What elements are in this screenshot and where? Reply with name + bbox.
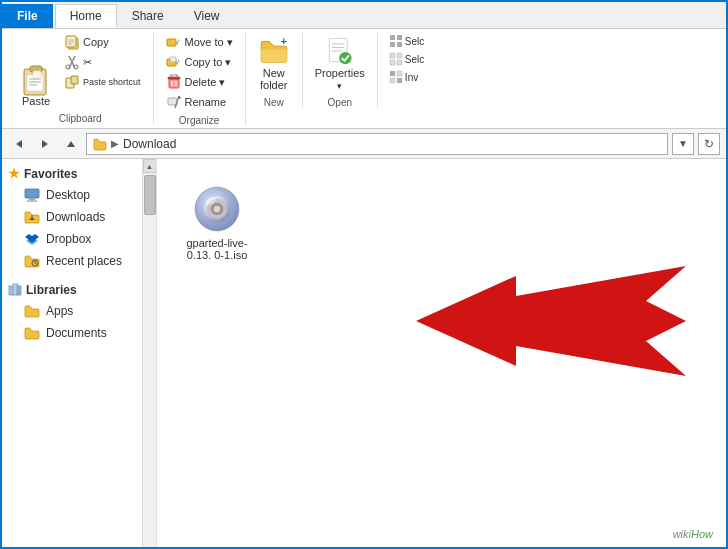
open-label: Open bbox=[328, 97, 352, 108]
sidebar-item-dropbox[interactable]: Dropbox bbox=[2, 228, 142, 250]
svg-rect-22 bbox=[170, 57, 176, 62]
copy-to-label: Copy to ▾ bbox=[185, 56, 232, 69]
svg-rect-18 bbox=[167, 39, 176, 46]
paste-shortcut-icon bbox=[64, 74, 80, 90]
file-content-area: gparted-live-0.13. 0-1.iso wikiHow bbox=[157, 159, 726, 547]
select-all-label: Selc bbox=[405, 36, 424, 47]
svg-rect-66 bbox=[17, 286, 21, 295]
back-icon bbox=[13, 138, 25, 150]
rename-label: Rename bbox=[185, 96, 227, 108]
svg-rect-39 bbox=[390, 35, 395, 40]
svg-point-15 bbox=[74, 65, 78, 69]
paste-button[interactable]: Paste bbox=[16, 61, 56, 109]
up-button[interactable] bbox=[60, 133, 82, 155]
sidebar-content: ★ Favorites Desktop bbox=[2, 159, 142, 547]
move-to-button[interactable]: Move to ▾ bbox=[162, 33, 237, 51]
svg-rect-54 bbox=[25, 189, 39, 198]
scroll-thumb[interactable] bbox=[144, 175, 156, 215]
paste-shortcut-button[interactable]: Paste shortcut bbox=[60, 73, 145, 91]
invert-selection-button[interactable]: Inv bbox=[386, 69, 427, 85]
paste-shortcut-label: Paste shortcut bbox=[83, 77, 141, 87]
properties-button[interactable]: Properties▾ bbox=[311, 33, 369, 93]
new-label: New bbox=[264, 97, 284, 108]
svg-rect-55 bbox=[29, 198, 35, 200]
organize-group: Move to ▾ Copy to ▾ bbox=[154, 33, 246, 126]
sidebar-scrollbar[interactable]: ▲ bbox=[142, 159, 156, 547]
new-folder-button[interactable]: + Newfolder bbox=[254, 33, 294, 93]
properties-icon bbox=[324, 35, 356, 67]
desktop-label: Desktop bbox=[46, 188, 90, 202]
copy-to-button[interactable]: Copy to ▾ bbox=[162, 53, 237, 71]
copy-icon bbox=[64, 34, 80, 50]
rename-button[interactable]: Rename bbox=[162, 93, 237, 111]
svg-text:+: + bbox=[280, 35, 287, 47]
select-all-button[interactable]: Selc bbox=[386, 33, 427, 49]
apps-label: Apps bbox=[46, 304, 73, 318]
svg-rect-47 bbox=[390, 71, 395, 76]
svg-marker-74 bbox=[416, 266, 686, 376]
dropbox-label: Dropbox bbox=[46, 232, 91, 246]
svg-rect-46 bbox=[397, 60, 402, 65]
paste-label: Paste bbox=[22, 95, 50, 107]
svg-marker-51 bbox=[16, 140, 22, 148]
svg-rect-23 bbox=[169, 79, 179, 88]
cut-label: ✂ bbox=[83, 56, 92, 69]
clipboard-group: Paste Co bbox=[8, 33, 154, 124]
organize-buttons: Move to ▾ Copy to ▾ bbox=[162, 33, 237, 115]
svg-rect-48 bbox=[397, 71, 402, 76]
path-chevron: ▶ bbox=[111, 138, 119, 149]
file-item-gparted[interactable]: gparted-live-0.13. 0-1.iso bbox=[177, 179, 257, 267]
clipboard-buttons: Paste Co bbox=[16, 33, 145, 113]
svg-rect-42 bbox=[397, 42, 402, 47]
tab-home[interactable]: Home bbox=[55, 4, 117, 28]
favorites-label: Favorites bbox=[24, 167, 77, 181]
forward-button[interactable] bbox=[34, 133, 56, 155]
sidebar-item-downloads[interactable]: Downloads bbox=[2, 206, 142, 228]
properties-label: Properties▾ bbox=[315, 67, 365, 91]
apps-folder-icon bbox=[24, 303, 40, 319]
svg-rect-45 bbox=[390, 60, 395, 65]
cut-button[interactable]: ✂ bbox=[60, 53, 145, 71]
dropbox-icon bbox=[24, 231, 40, 247]
svg-point-73 bbox=[214, 206, 221, 213]
open-group: Properties▾ Open bbox=[303, 33, 378, 108]
address-path[interactable]: ▶ Download bbox=[86, 133, 668, 155]
sidebar-item-documents[interactable]: Documents bbox=[2, 322, 142, 344]
star-icon: ★ bbox=[8, 166, 20, 181]
copy-button[interactable]: Copy bbox=[60, 33, 145, 51]
svg-rect-24 bbox=[168, 77, 180, 79]
open-buttons: Properties▾ bbox=[311, 33, 369, 97]
tab-view[interactable]: View bbox=[179, 4, 235, 28]
svg-rect-17 bbox=[71, 76, 78, 84]
svg-rect-8 bbox=[66, 36, 76, 47]
sidebar-item-apps[interactable]: Apps bbox=[2, 300, 142, 322]
svg-marker-53 bbox=[67, 141, 75, 147]
sidebar-item-desktop[interactable]: Desktop bbox=[2, 184, 142, 206]
folder-path-icon bbox=[93, 137, 107, 151]
select-all-icon bbox=[389, 34, 403, 48]
desktop-icon bbox=[24, 187, 40, 203]
sidebar-favorites-header[interactable]: ★ Favorites bbox=[2, 163, 142, 184]
up-icon bbox=[65, 138, 77, 150]
tab-share[interactable]: Share bbox=[117, 4, 179, 28]
paste-icon bbox=[20, 63, 52, 95]
sidebar-item-recent[interactable]: Recent places bbox=[2, 250, 142, 272]
refresh-button[interactable]: ↻ bbox=[698, 133, 720, 155]
delete-button[interactable]: Delete ▾ bbox=[162, 73, 237, 91]
address-bar: ▶ Download ▼ ↻ bbox=[2, 129, 726, 159]
select-none-button[interactable]: Selc bbox=[386, 51, 427, 67]
recent-places-label: Recent places bbox=[46, 254, 122, 268]
ribbon-tabs: File Home Share View bbox=[2, 2, 726, 29]
scroll-up-arrow[interactable]: ▲ bbox=[143, 159, 157, 173]
libraries-label: Libraries bbox=[26, 283, 77, 297]
sidebar-libraries-header[interactable]: Libraries bbox=[2, 280, 142, 300]
address-dropdown[interactable]: ▼ bbox=[672, 133, 694, 155]
recent-places-icon bbox=[24, 253, 40, 269]
tab-file[interactable]: File bbox=[2, 4, 53, 28]
cut-icon bbox=[64, 54, 80, 70]
copy-to-icon bbox=[166, 54, 182, 70]
svg-rect-44 bbox=[397, 53, 402, 58]
select-none-label: Selc bbox=[405, 54, 424, 65]
back-button[interactable] bbox=[8, 133, 30, 155]
delete-label: Delete ▾ bbox=[185, 76, 226, 89]
